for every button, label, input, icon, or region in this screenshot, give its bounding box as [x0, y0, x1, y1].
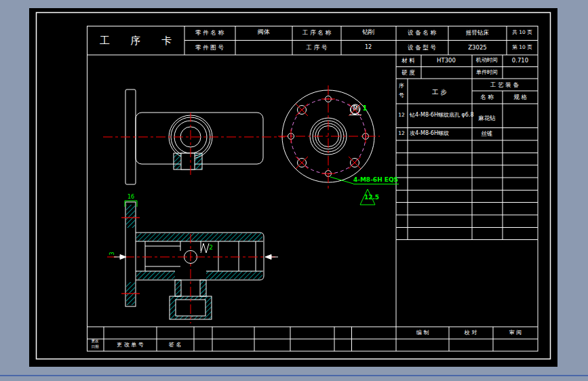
card-title: 工 序 卡 — [91, 35, 181, 47]
datum-index: 1 — [363, 104, 368, 113]
piece-time-label: 单件时间 — [476, 69, 498, 76]
thread-callout: 4-M8-6H EQS — [353, 176, 398, 184]
step-header: 工 步 — [432, 88, 447, 96]
dim-left: 3 — [109, 252, 116, 255]
equip-name-value: 摇臂钻床 — [466, 29, 489, 37]
machine-time-label: 机动时间 — [476, 57, 498, 64]
equip-model-label: 设 备 型 号 — [408, 44, 436, 52]
machine-time-value: 0.710 — [512, 57, 528, 64]
tool-spec-header: 规 格 — [513, 94, 527, 101]
seq-header: 序 号 — [399, 81, 404, 100]
material-value: HT300 — [437, 57, 456, 64]
sheet-graphics — [0, 0, 588, 381]
window-border-line — [0, 375, 588, 376]
step-row-no: 12 — [398, 130, 405, 136]
roughness-value: 12.5 — [364, 194, 379, 201]
check-label: 校 对 — [465, 329, 477, 336]
step-row-desc: 钻4-M8-6H螺纹底孔 φ6.8 — [410, 112, 474, 119]
tool-name-header: 名 称 — [480, 94, 494, 101]
process-name-label: 工 序 名 称 — [302, 29, 331, 37]
cad-canvas[interactable]: 工 序 卡 零 件 名 称 阀体 零 件 图 号 工 序 名 称 钻削 工 序 … — [0, 0, 588, 381]
datum-m-label: M — [353, 106, 358, 113]
change-no-label: 更 改 单 号 — [117, 342, 144, 348]
step-row-tool: 丝锥 — [482, 130, 493, 138]
pages-total: 共 10 页 — [512, 29, 532, 35]
part-name-label: 零 件 名 称 — [195, 29, 224, 37]
part-name-value: 阀体 — [258, 28, 270, 36]
step-row-tool: 麻花钻 — [478, 115, 496, 122]
process-no-value: 12 — [365, 44, 372, 51]
sign-label: 签 名 — [169, 342, 182, 348]
part-no-label: 零 件 图 号 — [195, 44, 224, 52]
equip-name-label: 设 备 名 称 — [408, 29, 436, 37]
step-row-desc: 攻4-M8-6H螺纹 — [410, 130, 449, 137]
process-no-label: 工 序 号 — [307, 44, 328, 52]
dim-flange-width: 16 — [128, 194, 134, 201]
tooling-header: 工 艺 装 备 — [490, 81, 519, 89]
compile-label: 编 制 — [416, 329, 429, 336]
hardness-label: 硬 度 — [401, 69, 415, 77]
equip-model-value: Z3025 — [468, 44, 486, 52]
step-row-no: 12 — [398, 112, 405, 118]
review-label: 审 阅 — [509, 329, 522, 336]
pages-current: 第 10 页 — [512, 44, 532, 50]
dim-groove: 2 — [209, 244, 213, 252]
material-label: 材 料 — [401, 57, 415, 64]
change-date-header: 更改 日期 — [92, 339, 99, 349]
process-name-value: 钻削 — [362, 28, 374, 36]
